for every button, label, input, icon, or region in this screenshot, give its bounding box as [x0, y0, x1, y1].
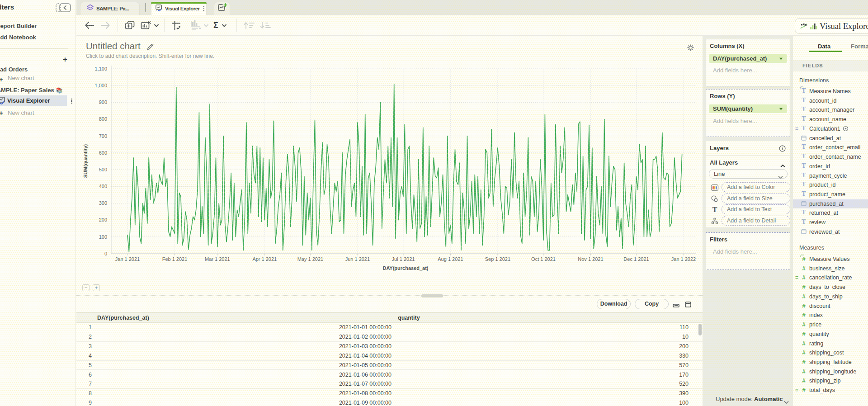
- svg-text:Apr 1 2021: Apr 1 2021: [252, 256, 277, 262]
- svg-text:200: 200: [99, 217, 107, 222]
- svg-text:Mar 1 2021: Mar 1 2021: [205, 256, 230, 262]
- svg-text:400: 400: [99, 184, 107, 189]
- svg-text:300: 300: [99, 200, 107, 206]
- svg-text:800: 800: [99, 116, 107, 122]
- svg-text:600: 600: [99, 150, 107, 156]
- svg-text:1,000: 1,000: [94, 83, 107, 88]
- svg-text:900: 900: [99, 99, 107, 105]
- svg-text:Aug 1 2021: Aug 1 2021: [438, 256, 463, 262]
- svg-text:100: 100: [99, 234, 107, 240]
- svg-text:Jun 1 2021: Jun 1 2021: [345, 256, 370, 262]
- svg-text:Oct 1 2021: Oct 1 2021: [531, 256, 556, 262]
- svg-text:0: 0: [104, 251, 107, 256]
- svg-text:SUM(quantity): SUM(quantity): [83, 144, 88, 178]
- svg-text:Jan 1 2021: Jan 1 2021: [115, 256, 140, 262]
- svg-text:Sep 1 2021: Sep 1 2021: [485, 256, 510, 262]
- svg-text:1,100: 1,100: [94, 66, 107, 71]
- svg-text:Feb 1 2021: Feb 1 2021: [162, 256, 188, 262]
- svg-text:Jul 1 2021: Jul 1 2021: [392, 256, 415, 262]
- svg-text:May 1 2021: May 1 2021: [297, 256, 323, 262]
- svg-text:700: 700: [99, 133, 107, 139]
- svg-text:Nov 1 2021: Nov 1 2021: [578, 256, 603, 262]
- svg-text:DAY(purchased_at): DAY(purchased_at): [382, 265, 428, 271]
- svg-text:500: 500: [99, 167, 107, 172]
- svg-text:Dec 1 2021: Dec 1 2021: [623, 256, 649, 262]
- svg-text:Jan 1 2022: Jan 1 2022: [671, 256, 696, 262]
